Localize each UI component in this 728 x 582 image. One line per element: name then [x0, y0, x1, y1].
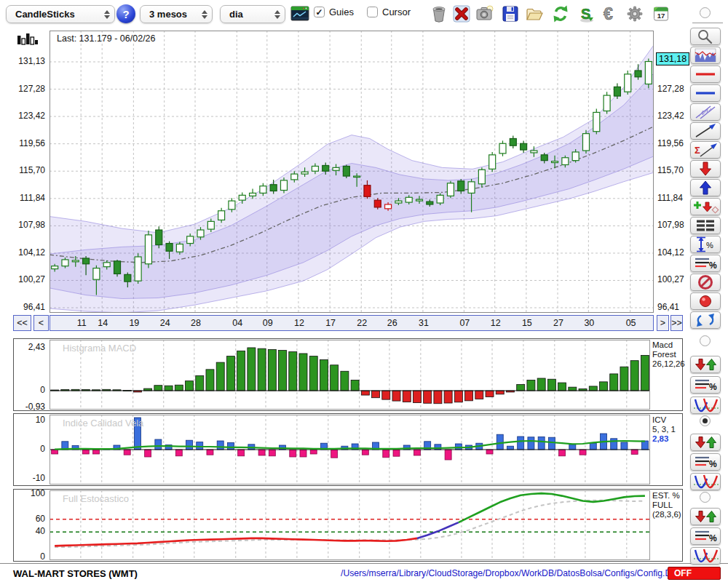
- curves-icon: [691, 396, 720, 414]
- macd-params-label: Forest: [652, 350, 683, 359]
- lines-percent-icon: %: [691, 255, 720, 272]
- date-tick: 19: [129, 318, 139, 328]
- sigma-trendline-icon: Σ: [691, 141, 720, 159]
- stoch-updown-arrows-button[interactable]: [690, 508, 721, 525]
- indicator-chart-tool[interactable]: [690, 47, 721, 64]
- macd-params-label: Macd: [652, 340, 683, 349]
- measure-percent-icon: %: [691, 236, 720, 253]
- price-tick-right: 123,42: [657, 111, 687, 121]
- stoch-lines-percent-button[interactable]: %: [690, 527, 721, 545]
- levels-icon: [691, 217, 720, 234]
- stochastic-panel-title: Full Estocastico: [63, 493, 129, 504]
- chart-type-select[interactable]: CandleSticks: [6, 5, 115, 23]
- lines-percent-icon: %: [691, 376, 720, 394]
- date-tick: 28: [191, 318, 201, 328]
- config-path-link[interactable]: /Users/mserra/Library/CloudStorage/Dropb…: [341, 568, 719, 578]
- macd-histogram-chart[interactable]: [50, 340, 650, 410]
- chart-window-button[interactable]: [290, 6, 309, 21]
- period-select[interactable]: 3 mesos: [140, 5, 213, 23]
- stoch-y-tick: 0: [13, 551, 45, 562]
- price-tick-right: 100,27: [657, 274, 687, 284]
- macd-y-tick: 0: [13, 385, 45, 395]
- zoom-tool[interactable]: [690, 28, 721, 45]
- sigma-trendline-tool[interactable]: Σ: [690, 141, 721, 159]
- nav-last-button[interactable]: >>: [670, 315, 683, 331]
- settings-gear-icon: [625, 4, 644, 23]
- update-quotes-button[interactable]: S: [575, 3, 596, 24]
- chevron-updown-icon: [274, 10, 280, 19]
- trash-button[interactable]: [428, 3, 449, 24]
- blue-line-icon: [691, 84, 720, 102]
- record-tool[interactable]: [690, 292, 721, 310]
- cursor-checkbox[interactable]: Cursor: [367, 7, 411, 17]
- candlestick-chart[interactable]: [50, 31, 654, 313]
- save-button[interactable]: [499, 3, 521, 24]
- date-tick: 05: [626, 318, 636, 328]
- date-tick: 12: [491, 318, 501, 328]
- indicator-chart-icon: [691, 47, 720, 64]
- period-value: 3 mesos: [149, 9, 187, 20]
- calendar-button[interactable]: 17: [650, 3, 671, 24]
- price-tick-left: 131,13: [13, 56, 45, 66]
- horizontal-line-blue-tool[interactable]: [690, 84, 721, 102]
- open-button[interactable]: [523, 3, 545, 24]
- nav-prev-button[interactable]: <: [33, 315, 49, 331]
- sidebar-divider: [692, 23, 723, 23]
- snapshot-button[interactable]: [474, 3, 495, 24]
- trendline-tool[interactable]: [690, 122, 721, 140]
- arrow-up-icon: [691, 179, 720, 196]
- lines-percent-tool[interactable]: %: [690, 255, 721, 272]
- date-tick: 22: [357, 318, 367, 328]
- measure-percent-tool[interactable]: %: [690, 236, 721, 253]
- icv-updown-arrows-button[interactable]: [690, 434, 721, 451]
- stochastic-chart[interactable]: [50, 490, 650, 560]
- horizontal-line-red-tool[interactable]: [690, 65, 721, 83]
- refresh-button[interactable]: [550, 3, 571, 24]
- status-bar: WAL-MART STORES (WMT) /Users/mserra/Libr…: [0, 563, 728, 582]
- macd-y-tick: -0,93: [13, 402, 45, 412]
- macd-updown-arrows-button[interactable]: [690, 356, 721, 373]
- arrow-up-tool[interactable]: [690, 179, 721, 196]
- curves-icon: [691, 547, 720, 565]
- svg-text:S: S: [581, 6, 590, 22]
- price-tick-right: 115,70: [657, 165, 687, 175]
- sync-tool[interactable]: [690, 311, 721, 329]
- stoch-curves-button[interactable]: [690, 547, 721, 565]
- euro-icon: €: [601, 4, 620, 23]
- stoch-y-tick: 60: [13, 514, 45, 524]
- macd-curves-button[interactable]: [690, 396, 721, 414]
- levels-tool[interactable]: [690, 217, 721, 234]
- date-axis[interactable]: 111419242804091217222631071215273005: [50, 315, 654, 331]
- macd-panel-radio[interactable]: [700, 335, 711, 346]
- price-tick-left: 100,27: [13, 274, 45, 284]
- nav-next-button[interactable]: >: [657, 315, 669, 331]
- guies-checkbox[interactable]: ✓ Guies: [314, 7, 354, 17]
- channel-tool[interactable]: [690, 103, 721, 121]
- date-tick: 11: [77, 318, 87, 328]
- calendar-icon: 17: [652, 4, 670, 23]
- icv-panel-title: Indice Calidad Vela: [63, 418, 143, 428]
- help-button[interactable]: ?: [116, 4, 135, 23]
- disable-tool[interactable]: [690, 274, 721, 291]
- off-indicator-button[interactable]: OFF: [668, 567, 721, 580]
- svg-text:%: %: [709, 382, 717, 392]
- icv-lines-percent-button[interactable]: %: [690, 453, 721, 471]
- date-tick: 27: [553, 318, 563, 328]
- svg-text:%: %: [706, 241, 713, 250]
- main-chart-radio[interactable]: [700, 7, 711, 18]
- price-tick-right: 96,41: [657, 302, 687, 312]
- settings-button[interactable]: [624, 3, 645, 24]
- icv-curves-button[interactable]: [690, 473, 721, 490]
- timeframe-select[interactable]: dia: [220, 5, 285, 23]
- nav-first-button[interactable]: <<: [13, 315, 31, 331]
- arrow-down-tool[interactable]: [690, 160, 721, 178]
- date-tick: 26: [387, 318, 397, 328]
- macd-lines-percent-button[interactable]: %: [690, 376, 721, 394]
- currency-button[interactable]: €: [600, 3, 621, 24]
- macd-panel-title: Histgrama MACD: [63, 343, 136, 354]
- date-tick: 31: [419, 318, 429, 328]
- stoch-panel-radio[interactable]: [700, 492, 711, 503]
- add-signal-tool[interactable]: [690, 198, 721, 215]
- icv-panel-radio[interactable]: [700, 415, 711, 426]
- delete-button[interactable]: [451, 3, 472, 24]
